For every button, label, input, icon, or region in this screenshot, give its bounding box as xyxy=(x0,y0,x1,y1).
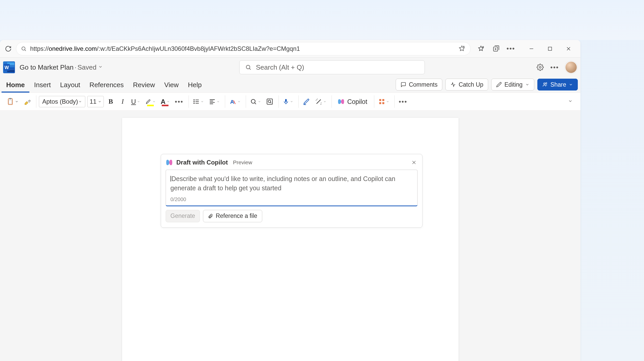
designer-button[interactable] xyxy=(313,96,328,107)
reference-file-label: Reference a file xyxy=(216,212,257,219)
comments-label: Comments xyxy=(409,81,437,88)
close-icon xyxy=(411,160,417,165)
comments-button[interactable]: Comments xyxy=(396,79,442,91)
share-people-icon xyxy=(542,82,548,87)
browser-more-button[interactable]: ••• xyxy=(506,44,516,54)
doc-name-chevron[interactable] xyxy=(98,64,103,70)
svg-rect-29 xyxy=(382,102,384,104)
chevron-down-icon xyxy=(238,100,241,103)
add-ins-button[interactable] xyxy=(377,96,391,107)
reload-button[interactable] xyxy=(3,43,14,54)
editing-label: Editing xyxy=(504,81,522,88)
paste-button[interactable] xyxy=(5,96,20,107)
copilot-card-close-button[interactable] xyxy=(410,159,418,166)
highlight-swatch xyxy=(147,105,154,106)
window-maximize[interactable] xyxy=(541,42,559,56)
more-dots-icon: ••• xyxy=(175,98,183,106)
font-name-select[interactable]: Aptos (Body) xyxy=(39,96,85,107)
copilot-char-count: 0/2000 xyxy=(171,196,413,202)
underline-button[interactable]: U xyxy=(130,96,142,107)
share-button[interactable]: Share xyxy=(537,79,578,91)
ribbon-overflow-button[interactable]: ••• xyxy=(397,96,409,107)
tab-references[interactable]: References xyxy=(85,81,128,93)
save-status: Saved xyxy=(78,63,97,71)
more-dots-icon: ••• xyxy=(550,63,559,71)
search-placeholder: Search (Alt + Q) xyxy=(256,63,304,71)
svg-point-0 xyxy=(22,47,25,50)
word-app-icon[interactable]: W xyxy=(3,61,15,73)
copilot-prompt-placeholder: Describe what you'd like to write, inclu… xyxy=(171,174,413,193)
format-painter-button[interactable] xyxy=(22,96,32,107)
font-more-button[interactable]: ••• xyxy=(173,96,185,107)
star-icon xyxy=(477,45,485,52)
window-close[interactable] xyxy=(559,42,578,56)
document-page[interactable]: Draft with Copilot Preview Describe what… xyxy=(122,118,459,361)
bold-button[interactable]: B xyxy=(106,96,116,107)
close-icon xyxy=(566,46,571,51)
dictate-button[interactable] xyxy=(281,96,295,107)
svg-point-1 xyxy=(463,46,464,47)
catch-up-button[interactable]: Catch Up xyxy=(445,79,488,91)
copilot-prompt-input[interactable]: Describe what you'd like to write, inclu… xyxy=(166,170,418,206)
tab-review[interactable]: Review xyxy=(128,81,159,93)
tab-view[interactable]: View xyxy=(160,81,183,93)
settings-button[interactable] xyxy=(536,63,544,71)
chevron-down-icon xyxy=(78,100,82,103)
editor-button[interactable] xyxy=(301,96,311,107)
reading-view-button[interactable] xyxy=(265,96,275,107)
tab-insert[interactable]: Insert xyxy=(29,81,55,93)
svg-rect-26 xyxy=(379,99,381,101)
font-color-button[interactable]: A xyxy=(159,96,171,107)
alignment-button[interactable] xyxy=(207,96,221,107)
collections-button[interactable] xyxy=(491,44,501,54)
paintbrush-icon xyxy=(24,98,31,105)
highlight-color-button[interactable] xyxy=(144,96,157,107)
user-avatar[interactable] xyxy=(565,61,577,73)
font-size-value: 11 xyxy=(90,98,97,105)
minimize-icon xyxy=(529,46,534,51)
italic-icon: I xyxy=(122,98,124,105)
chevron-down-icon xyxy=(217,100,220,103)
svg-point-12 xyxy=(539,67,541,68)
find-button[interactable] xyxy=(249,96,262,107)
search-box[interactable]: Search (Alt + Q) xyxy=(239,60,425,74)
document-name[interactable]: Go to Market Plan xyxy=(20,63,74,71)
window-minimize[interactable] xyxy=(522,42,541,56)
star-sparkle-icon[interactable] xyxy=(458,45,466,53)
grid-add-icon xyxy=(378,98,385,105)
svg-rect-3 xyxy=(548,47,552,50)
highlighter-icon xyxy=(145,99,151,105)
more-dots-icon: ••• xyxy=(399,98,407,106)
svg-point-18 xyxy=(193,99,194,100)
chevron-down-icon xyxy=(569,83,573,87)
favorites-button[interactable] xyxy=(476,44,486,54)
editing-mode-button[interactable]: Editing xyxy=(491,79,534,91)
tab-help[interactable]: Help xyxy=(183,81,206,93)
tab-home[interactable]: Home xyxy=(2,81,29,93)
svg-point-11 xyxy=(246,65,250,69)
chevron-down-icon xyxy=(98,64,103,69)
svg-rect-16 xyxy=(9,98,11,99)
svg-rect-23 xyxy=(267,99,272,104)
reference-file-button[interactable]: Reference a file xyxy=(203,210,262,222)
bullets-button[interactable] xyxy=(191,96,205,107)
font-color-swatch xyxy=(162,105,168,106)
share-label: Share xyxy=(550,81,566,88)
italic-button[interactable]: I xyxy=(118,96,128,107)
styles-button[interactable]: A xyxy=(228,96,242,107)
tab-layout[interactable]: Layout xyxy=(55,81,85,93)
microphone-icon xyxy=(283,98,289,105)
svg-rect-25 xyxy=(285,99,287,102)
svg-point-24 xyxy=(268,100,270,102)
search-icon xyxy=(21,46,27,52)
generate-button[interactable]: Generate xyxy=(166,210,200,222)
chevron-down-icon xyxy=(201,100,204,103)
address-bar[interactable]: https://onedrive.live.com/:w:/t/EaCKkPs6… xyxy=(16,42,471,55)
copilot-ribbon-button[interactable]: Copilot xyxy=(334,96,370,107)
copilot-card-title: Draft with Copilot xyxy=(176,159,228,166)
font-color-a-icon: A xyxy=(161,98,166,106)
header-more-button[interactable]: ••• xyxy=(550,63,559,71)
collapse-ribbon-button[interactable] xyxy=(568,99,575,104)
font-size-select[interactable]: 11 xyxy=(87,96,104,107)
maximize-icon xyxy=(548,47,552,51)
